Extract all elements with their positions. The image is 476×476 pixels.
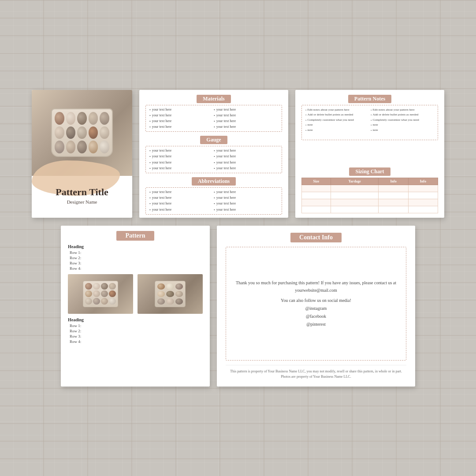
bullet: • [149,160,151,165]
pattern-row-2: Row 2: [68,256,203,260]
bullet: • [149,149,151,153]
bullet: • [371,113,372,118]
abbr-item-r1: •your text here [214,190,278,195]
bullet: • [214,190,215,195]
cover-designer: Designer Name [32,199,132,205]
bullet: • [149,190,151,195]
pattern-card: Pattern Heading Row 1: Row 2: Row 3: Row… [61,226,210,387]
yarn-basket-inner [51,108,113,157]
pattern-row-3: Row 3: [68,261,203,265]
mini-basket-1 [68,274,133,314]
bullet: • [305,108,306,113]
gauge-item-r4: •your text here [214,166,278,171]
bullet: • [305,123,306,128]
note-r2: •Add or delete bullet points as needed [371,112,434,118]
contact-card: Contact Info Thank you so much for purch… [217,226,415,387]
table-row [302,192,438,199]
cover-title-area: Pattern Title Designer Name [32,187,132,204]
gauge-item-l3: •your text here [149,160,214,165]
bullet: • [149,201,151,206]
table-row [302,185,438,192]
yarn-ball-9 [89,126,98,139]
gauge-heading: Gauge [200,136,227,144]
bullet: • [214,149,215,153]
yarn-ball-4 [89,112,98,125]
bullet: • [305,118,306,123]
sizing-chart-heading: Sizing Chart [349,167,390,176]
layout-wrapper: Pattern Title Designer Name Materials •y… [18,90,458,387]
pattern-row2-2: Row 2: [68,329,203,333]
sizing-chart-section: Sizing Chart Size Yardage Info Info [301,167,438,213]
contact-heading: Contact Info [290,233,342,242]
gauge-item-r2: •your text here [214,154,278,159]
abbr-item-l3: •your text here [149,201,214,206]
bullet: • [214,160,215,165]
note-l4: •note [305,123,369,128]
pattern-section1-heading: Heading [68,244,203,249]
materials-item-l3: •your text here [149,119,214,124]
bullet: • [371,123,372,128]
bullet: • [149,113,151,118]
col-yardage: Yardage [331,178,378,185]
cover-title: Pattern Title [32,187,132,197]
pattern-row2-4: Row 4: [68,339,203,344]
notes-col-right: •Edit notes about your pattern here •Add… [371,108,434,138]
yarn-ball-13 [77,141,87,153]
yarn-ball-3 [77,112,87,125]
gauge-item-r1: •your text here [214,148,278,153]
abbreviations-content: •your text here •your text here •your te… [145,187,282,215]
pattern-notes-section: Pattern Notes •Edit notes about your pat… [301,94,438,164]
social-facebook: @facebook [233,312,399,320]
bullet: • [149,196,151,201]
note-r4: •note [371,123,434,128]
note-r5: •note [371,128,434,133]
contact-message: Thank you so much for purchasing this pa… [233,279,399,294]
pattern-row-4: Row 4: [68,266,203,271]
bullet: • [214,108,215,112]
yarn-ball-10 [100,126,109,139]
bullet: • [149,208,151,212]
col-info1: Info [379,178,408,185]
pattern-row2-3: Row 3: [68,334,203,338]
notes-col-left: •Edit notes about your pattern here •Add… [305,108,369,138]
bullet: • [149,154,151,159]
pattern-notes-content: •Edit notes about your pattern here •Add… [301,105,438,140]
materials-card: Materials •your text here •your text her… [139,90,288,218]
contact-social-section: You can also follow us on social media! … [233,297,399,328]
bullet: • [214,201,215,206]
mini-basket-2 [138,274,203,314]
pattern-images [68,274,203,314]
bullet: • [214,113,215,118]
social-intro: You can also follow us on social media! [233,297,399,305]
bullet: • [305,113,306,118]
materials-item-r3: •your text here [214,119,278,124]
gauge-header: Gauge [145,135,282,144]
sizing-table-header-row: Size Yardage Info Info [302,178,438,185]
note-l3: •Completely customize what you need [305,118,369,123]
abbr-item-r4: •your text here [214,207,278,212]
abbr-item-l4: •your text here [149,207,214,212]
bullet: • [214,166,215,171]
top-row: Pattern Title Designer Name Materials •y… [18,90,458,218]
col-size: Size [302,178,331,185]
yarn-ball-6 [55,126,64,139]
pattern-section2-heading: Heading [68,317,203,322]
bullet: • [305,128,306,133]
yarn-ball-12 [66,141,76,153]
table-row [302,199,438,206]
bullet: • [149,119,151,124]
yarn-ball-11 [55,141,64,153]
note-r3: •Completely customize what you need [371,118,434,123]
note-l2: •Add or delete bullet points as needed [305,112,369,118]
bullet: • [149,108,151,112]
pattern-image-2 [138,274,203,314]
materials-section: Materials •your text here •your text her… [145,94,282,132]
abbr-item-l1: •your text here [149,190,214,195]
bullet: • [214,154,215,159]
bullet: • [371,108,372,113]
bullet: • [214,196,215,201]
materials-item-r4: •your text here [214,124,278,130]
materials-item-r1: •your text here [214,107,278,112]
materials-item-l2: •your text here [149,113,214,118]
table-row [302,206,438,213]
